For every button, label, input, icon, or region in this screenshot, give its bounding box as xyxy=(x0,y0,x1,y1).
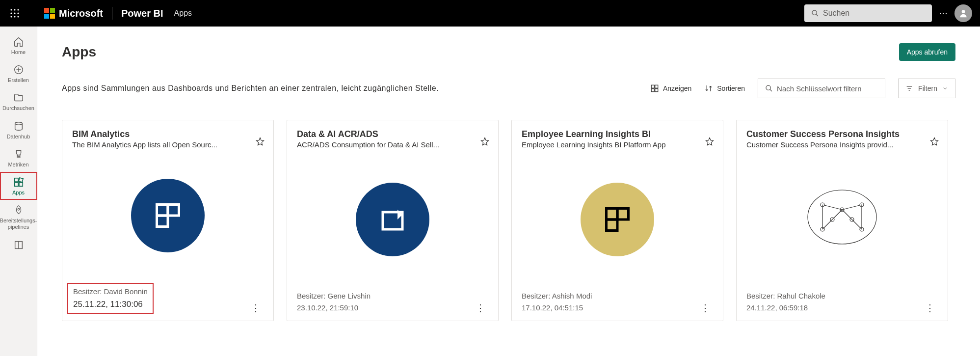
nav-create[interactable]: Erstellen xyxy=(0,59,37,87)
divider xyxy=(112,7,112,20)
svg-rect-26 xyxy=(655,89,658,92)
svg-rect-32 xyxy=(157,205,168,216)
view-toggle[interactable]: Anzeigen xyxy=(650,84,691,93)
app-launcher-icon[interactable] xyxy=(5,9,25,18)
nav-home[interactable]: Home xyxy=(0,31,37,59)
microsoft-logo-icon xyxy=(44,8,55,19)
card-more-button[interactable]: ⋮ xyxy=(697,302,713,314)
svg-rect-36 xyxy=(607,209,618,220)
timestamp-label: 24.11.22, 06:59:18 xyxy=(746,302,825,314)
plus-circle-icon xyxy=(13,64,24,75)
page-header: Apps Apps abrufen xyxy=(62,43,955,61)
svg-line-48 xyxy=(832,210,842,219)
chevron-down-icon xyxy=(942,85,948,91)
more-options-button[interactable]: ⋯ xyxy=(932,8,954,19)
owner-block: Besitzer: Gene Livshin23.10.22, 21:59:10 xyxy=(297,290,371,314)
svg-rect-16 xyxy=(14,178,18,182)
svg-point-9 xyxy=(812,10,817,15)
folder-icon xyxy=(13,92,24,103)
nav-browse[interactable]: Durchsuchen xyxy=(0,87,37,115)
card-more-button[interactable]: ⋮ xyxy=(922,302,938,314)
favorite-button[interactable] xyxy=(930,137,939,148)
nav-apps[interactable]: Apps xyxy=(0,172,37,200)
account-avatar[interactable] xyxy=(954,4,972,22)
svg-rect-19 xyxy=(19,183,22,186)
page-description: Apps sind Sammlungen aus Dashboards und … xyxy=(62,84,439,93)
cards-grid: BIM AnalyticsThe BIM Analytics App lists… xyxy=(62,120,955,321)
svg-point-0 xyxy=(10,9,12,10)
main-content: Apps Apps abrufen Apps sind Sammlungen a… xyxy=(37,27,980,356)
svg-line-46 xyxy=(822,205,842,210)
home-icon xyxy=(13,36,24,47)
timestamp-label: 23.10.22, 21:59:10 xyxy=(297,302,371,314)
favorite-button[interactable] xyxy=(256,137,265,148)
app-card[interactable]: Customer Success Persona InsightsCustome… xyxy=(736,120,948,321)
card-footer: Besitzer: Ashish Modi17.10.22, 04:51:15⋮ xyxy=(522,290,713,314)
rocket-icon xyxy=(13,205,24,216)
card-subtitle: ACR/ADS Consumption for Data & AI Sell..… xyxy=(297,140,474,149)
app-card[interactable]: BIM AnalyticsThe BIM Analytics App lists… xyxy=(62,120,274,321)
svg-point-4 xyxy=(14,12,15,14)
search-placeholder: Suchen xyxy=(823,9,849,18)
card-subtitle: Employee Learning Insights BI Platform A… xyxy=(522,140,698,149)
svg-point-1 xyxy=(14,9,15,10)
favorite-button[interactable] xyxy=(705,137,714,148)
star-icon xyxy=(930,137,939,146)
card-subtitle: Customer Success Persona Insights provid… xyxy=(746,140,923,149)
svg-rect-33 xyxy=(168,205,179,216)
card-title: Employee Learning Insights BI xyxy=(522,129,713,139)
nav-metrics[interactable]: Metriken xyxy=(0,144,37,172)
book-icon xyxy=(13,240,24,250)
card-thumbnail xyxy=(72,149,264,283)
toolbar-row: Apps sind Sammlungen aus Dashboards und … xyxy=(62,79,955,98)
star-icon xyxy=(705,137,714,146)
global-search-input[interactable]: Suchen xyxy=(804,4,932,22)
favorite-button[interactable] xyxy=(480,137,489,148)
svg-point-8 xyxy=(17,16,19,17)
owner-label: Besitzer: Gene Livshin xyxy=(297,290,371,302)
card-thumbnail xyxy=(522,149,713,290)
svg-point-11 xyxy=(962,10,965,13)
card-title: BIM Analytics xyxy=(72,129,264,139)
app-card[interactable]: Data & AI ACR/ADSACR/ADS Consumption for… xyxy=(287,120,499,321)
card-footer: Besitzer: David Bonnin25.11.22, 11:30:06… xyxy=(72,283,264,314)
svg-line-51 xyxy=(852,219,862,229)
get-apps-button[interactable]: Apps abrufen xyxy=(899,43,955,61)
nav-pipelines[interactable]: Bereitstellungs- pipelines xyxy=(0,200,37,234)
trophy-icon xyxy=(13,149,24,160)
left-nav-rail: Home Erstellen Durchsuchen Datenhub Metr… xyxy=(0,27,37,356)
person-icon xyxy=(958,8,968,18)
product-label[interactable]: Power BI xyxy=(121,8,163,19)
owner-block: Besitzer: Rahul Chakole24.11.22, 06:59:1… xyxy=(746,290,825,314)
timestamp-label: 25.11.22, 11:30:06 xyxy=(73,298,148,311)
sort-button[interactable]: Sortieren xyxy=(704,84,745,93)
search-icon xyxy=(811,9,819,17)
svg-point-2 xyxy=(17,9,19,10)
card-more-button[interactable]: ⋮ xyxy=(248,302,264,314)
keyword-filter-input[interactable]: Nach Schlüsselwort filtern xyxy=(758,79,885,98)
svg-point-7 xyxy=(14,16,15,17)
nav-extra[interactable] xyxy=(0,235,37,256)
timestamp-label: 17.10.22, 04:51:15 xyxy=(522,302,592,314)
database-icon xyxy=(13,121,24,132)
svg-point-3 xyxy=(10,12,12,14)
svg-rect-37 xyxy=(617,209,629,220)
owner-block: Besitzer: Ashish Modi17.10.22, 04:51:15 xyxy=(522,290,592,314)
svg-rect-23 xyxy=(651,85,654,88)
card-title: Customer Success Persona Insights xyxy=(746,129,938,139)
card-title: Data & AI ACR/ADS xyxy=(297,129,488,139)
card-thumbnail xyxy=(297,149,488,290)
card-more-button[interactable]: ⋮ xyxy=(473,302,488,314)
svg-point-27 xyxy=(766,85,770,90)
filter-dropdown[interactable]: Filtern xyxy=(898,79,955,98)
svg-rect-17 xyxy=(19,178,23,182)
owner-label: Besitzer: Rahul Chakole xyxy=(746,290,825,302)
star-icon xyxy=(256,137,265,146)
nav-datahub[interactable]: Datenhub xyxy=(0,116,37,144)
svg-rect-24 xyxy=(655,85,658,88)
microsoft-logo: Microsoft xyxy=(44,8,103,19)
topbar: Microsoft Power BI Apps Suchen ⋯ xyxy=(0,0,980,27)
owner-label: Besitzer: David Bonnin xyxy=(73,286,148,298)
app-card[interactable]: Employee Learning Insights BIEmployee Le… xyxy=(511,120,723,321)
svg-rect-25 xyxy=(651,89,654,92)
